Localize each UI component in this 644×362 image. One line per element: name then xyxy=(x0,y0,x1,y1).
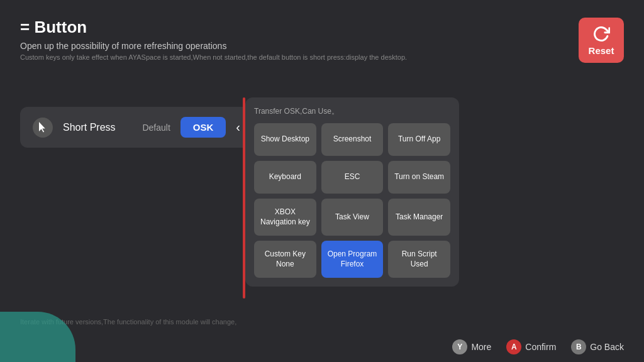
main-container: = Button Open up the possibility of more… xyxy=(0,0,644,362)
grid-btn-turn-off-app[interactable]: Turn Off App xyxy=(388,123,450,156)
ctrl-label-more: More xyxy=(471,342,491,352)
popup-header: Transfer OSK,Can Use。 xyxy=(254,106,450,117)
grid-btn-open-program-firefox[interactable]: Open Program Firefox xyxy=(321,241,384,278)
grid-btn-keyboard[interactable]: Keyboard xyxy=(254,161,316,194)
badge-more: Y xyxy=(452,339,467,354)
cursor-icon xyxy=(37,122,48,133)
short-press-default: Default xyxy=(142,123,170,133)
osk-button[interactable]: OSK xyxy=(180,117,226,138)
badge-confirm: A xyxy=(506,339,521,354)
ctrl-go-back[interactable]: BGo Back xyxy=(571,339,624,354)
page-subtitle: Open up the possibility of more refreshi… xyxy=(20,41,624,51)
short-press-label: Short Press xyxy=(63,122,132,133)
grid-btn-xbox-nav[interactable]: XBOX Navigation key xyxy=(254,199,316,236)
refresh-icon xyxy=(592,25,610,43)
ctrl-more[interactable]: YMore xyxy=(452,339,491,354)
grid-btn-screenshot[interactable]: Screenshot xyxy=(321,123,384,156)
popup-grid-container: Show DesktopScreenshotTurn Off AppKeyboa… xyxy=(254,123,450,278)
grid-btn-esc[interactable]: ESC xyxy=(321,161,384,194)
ctrl-confirm[interactable]: AConfirm xyxy=(506,339,556,354)
grid-btn-task-manager[interactable]: Task Manager xyxy=(388,199,450,236)
grid-btn-custom-key-none[interactable]: Custom Key None xyxy=(254,241,316,278)
page-note: Custom keys only take effect when AYASpa… xyxy=(20,53,624,61)
grid-btn-task-view[interactable]: Task View xyxy=(321,199,384,236)
ctrl-label-confirm: Confirm xyxy=(525,342,556,352)
grid-btn-turn-on-steam[interactable]: Turn on Steam xyxy=(388,161,450,194)
red-accent xyxy=(243,97,245,299)
short-press-icon xyxy=(33,118,53,138)
short-press-arrow[interactable]: ‹ xyxy=(236,120,240,134)
grid-btn-show-desktop[interactable]: Show Desktop xyxy=(254,123,316,156)
grid-btn-run-script-used[interactable]: Run Script Used xyxy=(388,241,450,278)
ctrl-label-go-back: Go Back xyxy=(590,342,624,352)
reset-button[interactable]: Reset xyxy=(579,18,624,63)
bottom-controls: YMoreAConfirmBGo Back xyxy=(452,339,624,354)
badge-go-back: B xyxy=(571,339,586,354)
page-title: = Button xyxy=(20,18,624,37)
short-press-row: Short Press Default OSK ‹ xyxy=(20,107,253,148)
popup-grid: Transfer OSK,Can Use。 Show DesktopScreen… xyxy=(245,97,459,287)
